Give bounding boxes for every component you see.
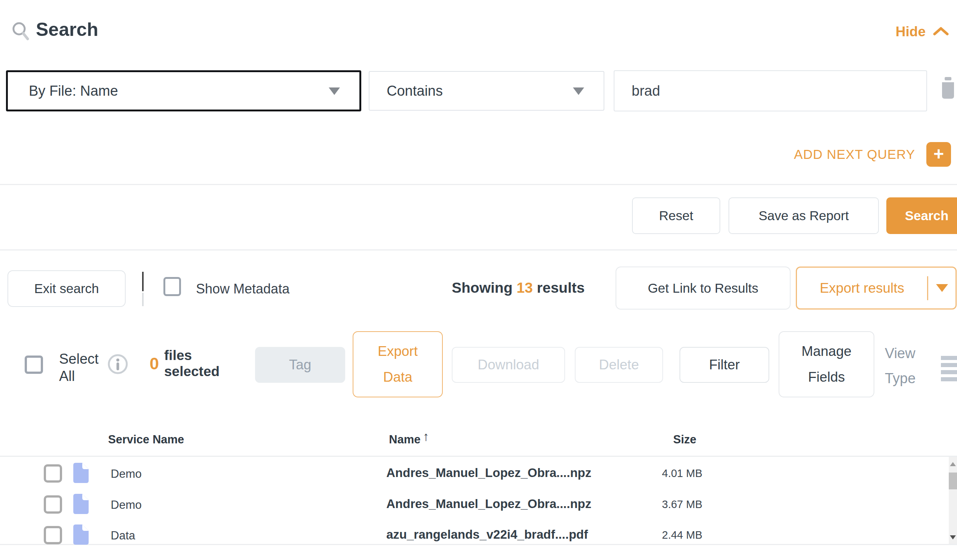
filter-button[interactable]: Filter xyxy=(679,347,769,383)
scroll-up-icon[interactable] xyxy=(950,462,956,466)
select-all-label: Select All xyxy=(59,351,111,385)
showing-suffix: results xyxy=(537,280,585,296)
file-name-cell: Andres_Manuel_Lopez_Obra....npz xyxy=(386,466,591,480)
list-view-icon[interactable] xyxy=(941,356,957,384)
results-table: Demo Andres_Manuel_Lopez_Obra....npz 4.0… xyxy=(0,456,957,545)
table-row[interactable]: Demo Andres_Manuel_Lopez_Obra....npz 3.6… xyxy=(0,489,947,519)
get-link-to-results-button[interactable]: Get Link to Results xyxy=(616,267,791,309)
service-name-cell: Demo xyxy=(111,467,142,481)
results-count: 13 xyxy=(516,280,532,296)
chevron-down-icon xyxy=(329,87,340,95)
column-header-name[interactable]: Name ↑ xyxy=(389,433,429,448)
save-as-report-button[interactable]: Save as Report xyxy=(728,197,879,234)
vertical-divider xyxy=(142,293,144,306)
export-data-button[interactable]: Export Data xyxy=(353,331,443,398)
column-header-size[interactable]: Size xyxy=(673,433,696,446)
vertical-divider xyxy=(142,272,144,291)
chevron-up-icon xyxy=(933,27,949,37)
view-type-label: View Type xyxy=(885,341,928,391)
add-next-query: ADD NEXT QUERY + xyxy=(794,142,951,167)
search-field-select[interactable]: By File: Name xyxy=(6,70,361,111)
search-field-value: By File: Name xyxy=(29,83,118,99)
exit-search-button[interactable]: Exit search xyxy=(8,270,126,307)
show-metadata-label: Show Metadata xyxy=(196,281,289,297)
delete-button[interactable]: Delete xyxy=(575,347,663,383)
table-row[interactable]: Data azu_rangelands_v22i4_bradf....pdf 2… xyxy=(0,520,947,550)
chevron-down-icon xyxy=(573,87,584,95)
file-name-cell: Andres_Manuel_Lopez_Obra....npz xyxy=(386,497,591,511)
search-icon xyxy=(11,21,31,43)
file-icon xyxy=(72,524,89,547)
row-checkbox[interactable] xyxy=(44,495,62,514)
section-divider xyxy=(0,184,957,185)
select-all-checkbox[interactable] xyxy=(25,355,43,374)
scroll-down-icon[interactable] xyxy=(950,535,956,539)
file-icon xyxy=(72,462,89,485)
scrollbar-thumb[interactable] xyxy=(949,473,957,489)
manage-fields-button[interactable]: Manage Fields xyxy=(779,331,874,398)
delete-query-icon[interactable] xyxy=(939,77,957,101)
show-metadata-checkbox[interactable] xyxy=(163,277,181,296)
search-operator-select[interactable]: Contains xyxy=(369,71,604,110)
search-operator-value: Contains xyxy=(387,83,443,99)
file-size-cell: 3.67 MB xyxy=(662,498,702,511)
export-results-label: Export results xyxy=(797,280,927,296)
hide-label: Hide xyxy=(895,24,925,39)
selected-count: 0 xyxy=(150,354,159,374)
results-count-text: Showing 13 results xyxy=(452,280,584,296)
chevron-down-icon xyxy=(936,284,948,292)
search-page: Search Hide By File: Name Contains ADD N… xyxy=(0,0,957,560)
query-value-input[interactable] xyxy=(614,70,927,111)
selected-files-counter: 0 files selected xyxy=(150,348,230,379)
page-title: Search xyxy=(36,19,98,40)
row-checkbox[interactable] xyxy=(44,464,62,483)
file-icon xyxy=(72,493,89,516)
table-row[interactable]: Demo Andres_Manuel_Lopez_Obra....npz 4.0… xyxy=(0,458,947,488)
section-divider xyxy=(0,249,957,251)
download-button[interactable]: Download xyxy=(452,347,565,383)
file-name-cell: azu_rangelands_v22i4_bradf....pdf xyxy=(386,527,588,542)
info-icon[interactable] xyxy=(107,353,128,376)
hide-search-button[interactable]: Hide xyxy=(895,24,949,39)
column-header-service-name[interactable]: Service Name xyxy=(108,433,184,446)
row-checkbox[interactable] xyxy=(44,526,62,544)
file-size-cell: 4.01 MB xyxy=(662,467,702,480)
add-query-plus-button[interactable]: + xyxy=(926,142,951,167)
service-name-cell: Data xyxy=(111,529,135,543)
reset-button[interactable]: Reset xyxy=(632,197,720,234)
service-name-cell: Demo xyxy=(111,498,142,512)
sort-ascending-icon: ↑ xyxy=(423,429,429,444)
search-button[interactable]: Search xyxy=(886,197,957,234)
table-scrollbar[interactable] xyxy=(949,457,957,544)
add-next-query-label[interactable]: ADD NEXT QUERY xyxy=(794,147,915,162)
export-results-button[interactable]: Export results xyxy=(796,267,957,309)
showing-prefix: Showing xyxy=(452,280,512,296)
tag-button[interactable]: Tag xyxy=(255,347,345,383)
file-size-cell: 2.44 MB xyxy=(662,529,702,541)
selected-count-label: files selected xyxy=(164,348,230,379)
